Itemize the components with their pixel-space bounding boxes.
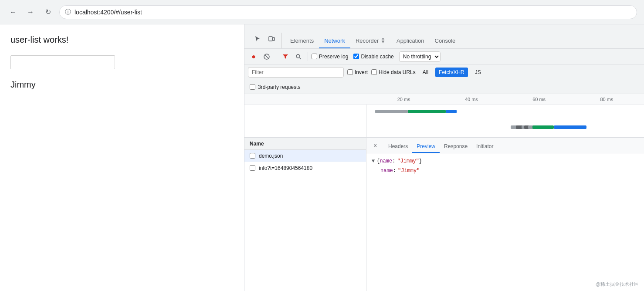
filter-all-btn[interactable]: All [419, 68, 432, 77]
clear-button[interactable] [261, 51, 272, 62]
timeline-body-left [244, 105, 366, 137]
reload-button[interactable]: ↻ [42, 6, 54, 18]
page-user-name: Jimmy [10, 80, 234, 90]
expand-icon[interactable]: ▼ [372, 157, 375, 166]
forward-button[interactable]: → [24, 6, 37, 18]
filter-js-btn[interactable]: JS [471, 68, 485, 77]
wf-row-1 [370, 108, 641, 115]
address-bar[interactable]: ⓘ localhost:4200/#/user-list [59, 5, 637, 19]
disable-cache-checkbox[interactable] [353, 54, 359, 59]
request-row-demo-json[interactable]: demo.json [244, 150, 366, 162]
watermark: @稀土掘金技术社区 [596, 281, 639, 288]
preview-inline-key: name [380, 157, 392, 166]
wf-bar-blue-1 [446, 110, 457, 113]
third-party-checkbox[interactable] [250, 84, 255, 90]
detail-tab-initiator[interactable]: Initiator [472, 138, 498, 153]
time-60ms: 60 ms [505, 97, 573, 102]
detail-tab-response[interactable]: Response [440, 138, 472, 153]
page-heading: user-list works! [10, 35, 234, 45]
filter-icon-btn[interactable] [280, 51, 291, 62]
wf-bar-blue-2 [554, 125, 586, 129]
preview-content: ▼ { name : "Jimmy" } name : "Jimmy" [366, 153, 644, 179]
detail-panel: × Headers Preview Response Initiator [366, 138, 644, 291]
toolbar-divider-1 [276, 52, 276, 61]
cursor-icon[interactable] [251, 33, 264, 45]
time-20ms: 20 ms [370, 97, 437, 102]
time-40ms: 40 ms [437, 97, 505, 102]
tab-console[interactable]: Console [430, 24, 461, 48]
preview-open-brace: { [376, 157, 380, 166]
row-checkbox-demo[interactable] [250, 153, 255, 159]
devtools-panel: Elements Network Recorder 🎙 Application … [244, 24, 644, 291]
preview-name-colon: : [393, 166, 396, 176]
record-button[interactable]: ● [248, 51, 259, 62]
disable-cache-label[interactable]: Disable cache [353, 54, 393, 60]
timeline-header: 20 ms 40 ms 60 ms 80 ms [244, 94, 644, 105]
throttling-select[interactable]: No throttling [399, 51, 441, 62]
devtools-icon-area [248, 33, 281, 48]
preview-inline-val: "Jimmy" [397, 157, 419, 166]
main-layout: user-list works! Jimmy [0, 24, 644, 291]
wf-bar-green-2 [532, 125, 554, 129]
third-party-bar: 3rd-party requests [244, 80, 644, 94]
third-party-label: 3rd-party requests [258, 84, 300, 90]
network-table: Name demo.json info?t=1648904564180 × He… [244, 138, 644, 291]
preview-inline-colon: : [392, 157, 395, 166]
preserve-log-checkbox[interactable] [312, 54, 317, 59]
filter-input[interactable] [248, 67, 344, 78]
detail-tab-row: × Headers Preview Response Initiator [366, 138, 644, 153]
browser-chrome: ← → ↻ ⓘ localhost:4200/#/user-list [0, 0, 644, 24]
name-panel: Name demo.json info?t=1648904564180 [244, 138, 366, 291]
timeline-area: 20 ms 40 ms 60 ms 80 ms [244, 94, 644, 138]
svg-line-5 [300, 58, 302, 59]
preview-name-row: name : "Jimmy" [372, 166, 639, 176]
time-80ms: 80 ms [573, 97, 641, 102]
search-btn[interactable] [293, 51, 304, 62]
close-detail-button[interactable]: × [370, 140, 380, 151]
hide-data-urls-label[interactable]: Hide data URLs [371, 69, 416, 75]
tab-recorder[interactable]: Recorder 🎙 [350, 24, 391, 48]
detail-tab-preview[interactable]: Preview [412, 138, 440, 153]
preview-name-key: name [380, 166, 393, 176]
timeline-header-right: 20 ms 40 ms 60 ms 80 ms [366, 97, 644, 102]
svg-rect-0 [269, 37, 272, 41]
network-toolbar: ● Preserve [244, 49, 644, 64]
hide-data-urls-checkbox[interactable] [371, 69, 377, 75]
row-checkbox-info[interactable] [250, 165, 255, 171]
back-button[interactable]: ← [7, 6, 19, 18]
toolbar-divider-2 [308, 52, 308, 61]
info-icon: ⓘ [65, 8, 71, 16]
request-name-info: info?t=1648904564180 [259, 165, 312, 171]
wf-bar-gray-1 [375, 110, 408, 113]
timeline-waterfall [366, 105, 644, 137]
preview-close-brace: } [419, 157, 422, 166]
wf-row-2 [370, 124, 641, 131]
preview-root-row: ▼ { name : "Jimmy" } [372, 157, 639, 166]
tab-elements[interactable]: Elements [285, 24, 319, 48]
preserve-log-label[interactable]: Preserve log [312, 54, 348, 60]
filter-bar: Invert Hide data URLs All Fetch/XHR JS [244, 64, 644, 80]
preview-name-value: "Jimmy" [398, 166, 420, 176]
page-content: user-list works! Jimmy [0, 24, 244, 291]
request-name-demo-json: demo.json [259, 153, 283, 159]
filter-fetch-xhr-btn[interactable]: Fetch/XHR [435, 68, 468, 77]
tab-network[interactable]: Network [319, 24, 350, 48]
devtools-tab-bar: Elements Network Recorder 🎙 Application … [244, 24, 644, 49]
invert-label[interactable]: Invert [347, 69, 368, 75]
detail-tabs: × Headers Preview Response Initiator [366, 138, 644, 153]
svg-point-4 [296, 54, 300, 58]
device-toggle-icon[interactable] [265, 33, 278, 45]
svg-rect-1 [273, 37, 275, 41]
request-row-info[interactable]: info?t=1648904564180 [244, 162, 366, 174]
timeline-body [244, 105, 644, 137]
wf-bar-green-1 [408, 110, 446, 113]
search-input[interactable] [10, 55, 115, 69]
name-column-header: Name [244, 138, 366, 150]
url-text: localhost:4200/#/user-list [75, 9, 142, 16]
invert-checkbox[interactable] [347, 69, 353, 75]
svg-line-3 [265, 55, 268, 58]
tab-application[interactable]: Application [391, 24, 430, 48]
detail-tab-headers[interactable]: Headers [384, 138, 412, 153]
